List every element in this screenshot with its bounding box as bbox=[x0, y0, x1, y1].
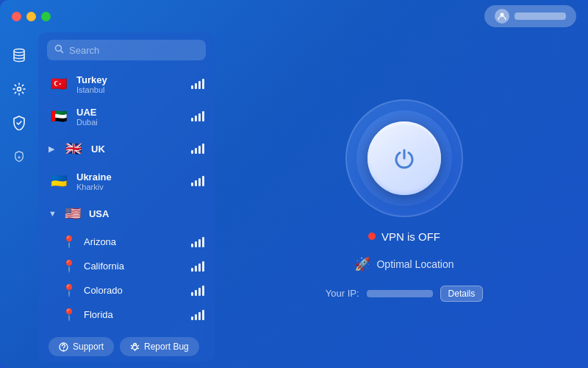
signal-bar-3 bbox=[198, 113, 201, 121]
signal-bar-2 bbox=[195, 148, 197, 154]
sidebar bbox=[0, 32, 38, 368]
rocket-icon: 🚀 bbox=[354, 256, 370, 272]
server-sub: Istanbul bbox=[76, 85, 184, 94]
chevron-down-icon: ▼ bbox=[49, 209, 57, 218]
maximize-button[interactable] bbox=[41, 12, 51, 21]
user-avatar-icon bbox=[495, 9, 509, 24]
signal-bar-1 bbox=[191, 150, 193, 154]
signal-bar-2 bbox=[195, 180, 197, 186]
server-info-ukraine: Ukraine Kharkiv bbox=[76, 171, 184, 191]
signal-bar-4 bbox=[202, 237, 204, 247]
user-badge[interactable] bbox=[484, 5, 576, 27]
flag-ukraine: 🇺🇦 bbox=[49, 171, 69, 191]
server-sub: Dubai bbox=[76, 118, 184, 127]
app-window: 🇹🇷 Turkey Istanbul 🇦🇪 bbox=[0, 0, 588, 368]
signal-bar-4 bbox=[202, 111, 204, 121]
server-name: Ukraine bbox=[76, 171, 184, 183]
signal-bars bbox=[191, 144, 204, 154]
signal-bar-2 bbox=[195, 266, 197, 272]
location-pin-icon: 📍 bbox=[62, 259, 76, 273]
signal-bar-4 bbox=[202, 261, 204, 272]
minimize-button[interactable] bbox=[26, 12, 36, 21]
server-name: UAE bbox=[76, 107, 184, 118]
list-panel: 🇹🇷 Turkey Istanbul 🇦🇪 bbox=[38, 32, 215, 362]
signal-bar-3 bbox=[198, 288, 201, 296]
search-bar bbox=[38, 32, 215, 68]
signal-bar-3 bbox=[198, 178, 201, 186]
location-pin-icon: 📍 bbox=[62, 283, 76, 297]
location-name: California bbox=[84, 261, 184, 272]
signal-bar-2 bbox=[195, 241, 197, 247]
window-controls bbox=[12, 12, 51, 21]
status-dot bbox=[368, 233, 376, 240]
signal-bar-1 bbox=[191, 183, 193, 186]
server-name-usa: USA bbox=[89, 208, 204, 219]
sidebar-icon-security[interactable] bbox=[5, 109, 33, 137]
svg-point-3 bbox=[18, 156, 21, 159]
signal-bar-4 bbox=[202, 144, 204, 154]
list-item-arizona[interactable]: 📍 Arizona bbox=[41, 230, 212, 254]
signal-bar-1 bbox=[191, 244, 193, 247]
vpn-status: VPN is OFF bbox=[368, 230, 440, 243]
signal-bar-1 bbox=[191, 292, 193, 296]
signal-bar-4 bbox=[202, 176, 204, 186]
search-input-wrap[interactable] bbox=[47, 40, 206, 60]
signal-bars bbox=[191, 286, 204, 296]
optimal-location: 🚀 Optimal Location bbox=[354, 256, 453, 272]
signal-bar-2 bbox=[195, 116, 197, 121]
power-ring-middle bbox=[356, 110, 452, 206]
power-icon bbox=[390, 144, 418, 172]
title-bar bbox=[0, 0, 588, 32]
signal-bar-2 bbox=[195, 83, 197, 89]
sidebar-icon-settings[interactable] bbox=[5, 75, 33, 103]
signal-bar-2 bbox=[195, 290, 197, 296]
server-info-uk: UK bbox=[91, 144, 184, 155]
support-label: Support bbox=[73, 342, 104, 352]
location-name: Arizona bbox=[84, 236, 184, 247]
list-item-california[interactable]: 📍 California bbox=[41, 254, 212, 278]
main-content: 🇹🇷 Turkey Istanbul 🇦🇪 bbox=[0, 32, 588, 368]
list-item[interactable]: 🇺🇦 Ukraine Kharkiv bbox=[41, 165, 212, 197]
svg-point-2 bbox=[18, 88, 21, 91]
signal-bar-2 bbox=[195, 314, 197, 320]
flag-uae: 🇦🇪 bbox=[49, 106, 69, 127]
server-name: UK bbox=[91, 144, 184, 155]
svg-line-10 bbox=[131, 348, 132, 349]
location-name: Florida bbox=[84, 309, 184, 320]
svg-point-7 bbox=[133, 345, 137, 350]
sidebar-icon-adblocker[interactable] bbox=[5, 143, 33, 171]
ip-label: Your IP: bbox=[326, 288, 359, 299]
list-item-usa-header[interactable]: ▼ 🇺🇸 USA bbox=[41, 197, 212, 230]
list-item[interactable]: 🇹🇷 Turkey Istanbul bbox=[41, 68, 212, 100]
signal-bar-3 bbox=[198, 146, 201, 154]
signal-bar-1 bbox=[191, 118, 193, 121]
signal-bar-3 bbox=[198, 81, 201, 89]
signal-bars bbox=[191, 111, 204, 121]
ip-address-display bbox=[367, 290, 433, 297]
flag-usa: 🇺🇸 bbox=[62, 203, 83, 224]
signal-bar-3 bbox=[198, 263, 201, 272]
list-item[interactable]: 🇦🇪 UAE Dubai bbox=[41, 100, 212, 132]
search-icon bbox=[54, 44, 64, 56]
support-button[interactable]: Support bbox=[49, 337, 114, 356]
username-display bbox=[514, 13, 566, 20]
search-input[interactable] bbox=[69, 45, 198, 56]
signal-bar-1 bbox=[191, 85, 193, 89]
signal-bar-4 bbox=[202, 310, 204, 320]
support-icon bbox=[59, 342, 68, 352]
signal-bars bbox=[191, 237, 204, 247]
svg-point-4 bbox=[56, 46, 62, 52]
server-list: 🇹🇷 Turkey Istanbul 🇦🇪 bbox=[38, 68, 215, 331]
report-bug-button[interactable]: Report Bug bbox=[120, 337, 199, 356]
details-button[interactable]: Details bbox=[440, 286, 484, 302]
list-item-florida[interactable]: 📍 Florida bbox=[41, 302, 212, 327]
server-info-uae: UAE Dubai bbox=[76, 107, 184, 127]
close-button[interactable] bbox=[12, 12, 21, 21]
signal-bars bbox=[191, 310, 204, 320]
power-button[interactable] bbox=[368, 121, 441, 195]
sidebar-icon-servers[interactable] bbox=[5, 41, 33, 69]
signal-bars bbox=[191, 261, 204, 272]
list-item[interactable]: ▶ 🇬🇧 UK bbox=[41, 132, 212, 165]
signal-bar-1 bbox=[191, 316, 193, 320]
list-item-colorado[interactable]: 📍 Colorado bbox=[41, 278, 212, 302]
